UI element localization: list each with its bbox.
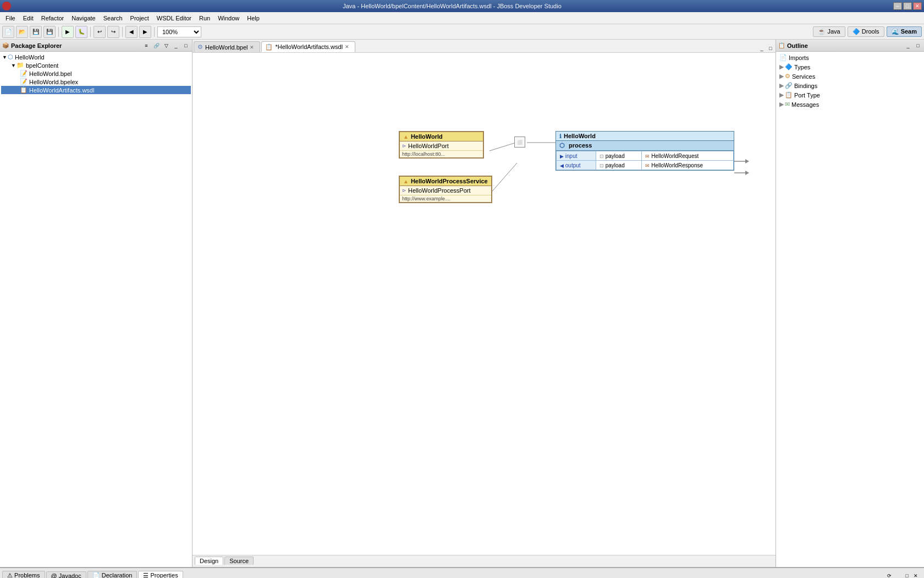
back-button[interactable]: ◀ [125, 26, 138, 38]
port-entry-processport[interactable]: ⊳ HelloWorldProcessPort [400, 186, 491, 195]
panel-menu-button[interactable]: ▽ [162, 42, 170, 50]
open-button[interactable]: 📂 [16, 26, 28, 38]
menu-file[interactable]: File [2, 14, 19, 23]
perspective-java[interactable]: ☕ Java [813, 26, 845, 37]
separator4 [154, 27, 155, 37]
maximize-panel-button[interactable]: □ [182, 42, 190, 50]
tab-problems[interactable]: ⚠ Problems [2, 571, 45, 578]
svg-marker-6 [745, 171, 749, 175]
port-icon: ⊳ [402, 143, 406, 149]
outline-panel: 📋 Outline _ □ 📄 Imports ▶ 🔷 Types ▶ ⚙ Se… [776, 40, 924, 567]
outline-minimize[interactable]: _ [904, 42, 912, 50]
collapse-all-button[interactable]: ≡ [142, 42, 150, 50]
bottom-close[interactable]: ✕ [912, 572, 920, 578]
menu-project[interactable]: Project [127, 14, 152, 23]
tab-bpel-close[interactable]: ✕ [250, 45, 254, 50]
outline-item-types[interactable]: ▶ 🔷 Types [777, 62, 923, 72]
service-node-processservice[interactable]: ▲ HelloWorldProcessService ⊳ HelloWorldP… [399, 176, 492, 203]
tab-helloworldbpel[interactable]: ⚙ HelloWorld.bpel ✕ [194, 41, 260, 52]
saveall-button[interactable]: 💾 [43, 26, 56, 38]
port-entry-helloworldport[interactable]: ⊳ HelloWorldPort [400, 141, 483, 151]
porttype-node-helloworld[interactable]: ℹ HelloWorld ⬡ process ▶ input [556, 131, 734, 171]
zoom-select[interactable]: 100% 75% 50% 150% [157, 26, 201, 37]
port-processport-name: HelloWorldProcessPort [408, 187, 471, 194]
tree-item-bpelcontent-label: bpelContent [26, 62, 58, 69]
operation-icon: ⬡ [559, 142, 565, 149]
bottom-area: ⚠ Problems @ Javadoc 📄 Declaration ☰ Pro… [0, 567, 924, 578]
problems-icon: ⚠ [7, 572, 14, 578]
maximize-button[interactable]: □ [903, 2, 912, 10]
outline-maximize[interactable]: □ [914, 42, 922, 50]
tree-item-helloworldbpelex-label: HelloWorld.bpelex [29, 79, 78, 85]
porttype-io-table: ▶ input ⊡ payload ✉ HelloWorldRequest [556, 151, 734, 170]
tab-wsdl[interactable]: 📋 *HelloWorldArtifacts.wsdl ✕ [261, 41, 355, 52]
package-explorer-panel: 📦 Package Explorer ≡ 🔗 ▽ _ □ ▼ ⬡ HelloWo… [0, 40, 193, 567]
package-explorer-header: 📦 Package Explorer ≡ 🔗 ▽ _ □ [0, 40, 192, 52]
menu-navigate[interactable]: Navigate [68, 14, 98, 23]
types-icon: 🔷 [785, 63, 793, 70]
tab-properties[interactable]: ☰ Properties [138, 571, 183, 578]
menu-help[interactable]: Help [244, 14, 263, 23]
undo-button[interactable]: ↩ [94, 26, 106, 38]
menu-wsdleditor[interactable]: WSDL Editor [153, 14, 195, 23]
menu-search[interactable]: Search [100, 14, 126, 23]
operation-name: process [569, 142, 592, 149]
run-button[interactable]: ▶ [62, 26, 74, 38]
outline-item-services[interactable]: ▶ ⚙ Services [777, 72, 923, 81]
input-message-cell: ✉ HelloWorldRequest [642, 151, 734, 161]
tab-javadoc[interactable]: @ Javadoc [46, 571, 86, 578]
outline-tree: 📄 Imports ▶ 🔷 Types ▶ ⚙ Services ▶ 🔗 Bin… [776, 52, 924, 567]
bindings-icon: 🔗 [785, 82, 793, 89]
outline-services-label: Services [792, 73, 815, 80]
porttype-name: HelloWorld [564, 133, 596, 139]
outline-item-imports[interactable]: 📄 Imports [777, 53, 923, 62]
bottom-sync-button[interactable]: ⟳ [886, 572, 893, 578]
outline-item-messages[interactable]: ▶ ✉ Messages [777, 100, 923, 109]
editor-minimize[interactable]: _ [758, 45, 766, 52]
io-row-input[interactable]: ▶ input ⊡ payload ✉ HelloWorldRequest [557, 151, 734, 161]
perspective-drools[interactable]: 🔷 Drools [848, 26, 884, 37]
new-button[interactable]: 📄 [2, 26, 14, 38]
center-area: ⚙ HelloWorld.bpel ✕ 📋 *HelloWorldArtifac… [193, 40, 776, 567]
bottom-minimize[interactable]: _ [894, 572, 902, 578]
tree-item-helloworldbpel-label: HelloWorld.bpel [29, 70, 72, 77]
tab-design[interactable]: Design [195, 557, 223, 565]
output-part: payload [606, 162, 625, 168]
binding-node[interactable]: ⬜ [514, 137, 525, 148]
menu-run[interactable]: Run [196, 14, 213, 23]
tree-item-helloworldbpelex[interactable]: 📝 HelloWorld.bpelex [1, 78, 191, 86]
svg-line-2 [490, 163, 517, 194]
output-message: HelloWorldResponse [651, 162, 703, 168]
save-button[interactable]: 💾 [30, 26, 42, 38]
tab-source[interactable]: Source [224, 557, 254, 565]
link-editor-button[interactable]: 🔗 [152, 42, 160, 50]
tree-item-helloworld[interactable]: ▼ ⬡ HelloWorld [1, 53, 191, 61]
menu-refactor[interactable]: Refactor [38, 14, 68, 23]
tree-item-wsdl[interactable]: 📋 HelloWorldArtifacts.wsdl [1, 86, 191, 94]
menu-edit[interactable]: Edit [20, 14, 37, 23]
minimize-panel-button[interactable]: _ [172, 42, 180, 50]
editor-maximize[interactable]: □ [767, 45, 774, 52]
services-expand-icon: ▶ [779, 73, 784, 80]
debug-button[interactable]: 🐛 [75, 26, 87, 38]
input-message: HelloWorldRequest [651, 153, 698, 159]
minimize-button[interactable]: ─ [893, 2, 902, 10]
outline-item-porttype[interactable]: ▶ 📋 Port Type [777, 90, 923, 100]
tree-item-helloworldbpel[interactable]: 📝 HelloWorld.bpel [1, 69, 191, 78]
services-icon: ⚙ [785, 73, 790, 80]
tab-declaration[interactable]: 📄 Declaration [87, 571, 138, 578]
bottom-maximize[interactable]: □ [903, 572, 911, 578]
perspective-seam[interactable]: 🌊 Seam [887, 26, 922, 37]
forward-button[interactable]: ▶ [139, 26, 151, 38]
tree-item-bpelcontent[interactable]: ▼ 📁 bpelContent [1, 61, 191, 69]
io-row-output[interactable]: ◀ output ⊡ payload ✉ HelloWorldResponse [557, 161, 734, 170]
tab-problems-label: Problems [14, 572, 40, 578]
menu-window[interactable]: Window [215, 14, 243, 23]
service-node-helloworld[interactable]: ▲ HelloWorld ⊳ HelloWorldPort http://loc… [399, 131, 484, 159]
close-button[interactable]: ✕ [913, 2, 922, 10]
bindings-expand-icon: ▶ [779, 82, 784, 89]
outline-item-bindings[interactable]: ▶ 🔗 Bindings [777, 81, 923, 90]
tab-wsdl-label: *HelloWorldArtifacts.wsdl [275, 43, 343, 50]
tab-wsdl-close[interactable]: ✕ [345, 44, 349, 50]
redo-button[interactable]: ↪ [107, 26, 119, 38]
